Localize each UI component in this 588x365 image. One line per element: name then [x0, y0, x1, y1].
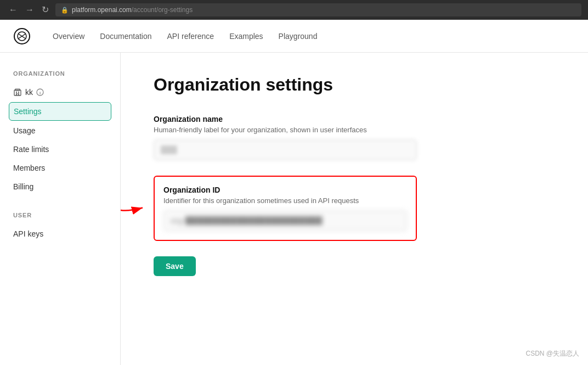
browser-chrome: ← → ↻ 🔒 platform.openai.com/account/org-… [0, 0, 588, 20]
page-title: Organization settings [154, 75, 555, 95]
nav-documentation[interactable]: Documentation [100, 32, 151, 41]
members-label: Members [13, 164, 45, 172]
address-bar[interactable]: 🔒 platform.openai.com/account/org-settin… [55, 3, 581, 16]
usage-label: Usage [13, 126, 35, 135]
svg-rect-2 [16, 92, 17, 93]
top-nav: Overview Documentation API reference Exa… [0, 20, 588, 53]
content-area: Organization settings Organization name … [121, 53, 588, 365]
org-name-row: kk i [9, 83, 111, 101]
refresh-button[interactable]: ↻ [39, 4, 51, 15]
org-id-label: Organization ID [163, 186, 407, 194]
rate-limits-label: Rate limits [13, 145, 49, 154]
watermark: CSDN @失温恋人 [525, 349, 579, 358]
org-id-input[interactable] [163, 210, 407, 231]
sidebar: ORGANIZATION kk i Settings Usage [0, 53, 121, 365]
nav-playground[interactable]: Playground [279, 32, 318, 41]
org-name-text: kk [25, 88, 33, 97]
main-layout: ORGANIZATION kk i Settings Usage [0, 53, 588, 365]
org-name-section: Organization name Human-friendly label f… [154, 115, 417, 160]
org-section-label: ORGANIZATION [9, 70, 111, 77]
url-text: platform.openai.com/account/org-settings [72, 6, 193, 14]
sidebar-item-billing[interactable]: Billing [9, 178, 111, 195]
sidebar-item-usage[interactable]: Usage [9, 122, 111, 139]
save-button[interactable]: Save [154, 256, 196, 276]
org-id-description: Identifier for this organization sometim… [163, 196, 407, 205]
nav-examples[interactable]: Examples [229, 32, 263, 41]
building-icon [13, 88, 22, 97]
forward-button[interactable]: → [23, 4, 36, 15]
info-icon: i [36, 88, 44, 96]
lock-icon: 🔒 [61, 7, 69, 14]
org-id-section: Organization ID Identifier for this orga… [154, 176, 417, 241]
nav-links: Overview Documentation API reference Exa… [53, 32, 317, 41]
sidebar-item-api-keys[interactable]: API keys [9, 225, 111, 243]
nav-overview[interactable]: Overview [53, 32, 84, 41]
svg-text:i: i [39, 91, 41, 96]
settings-label: Settings [14, 107, 42, 116]
sidebar-item-settings[interactable]: Settings [9, 102, 111, 121]
sidebar-item-rate-limits[interactable]: Rate limits [9, 141, 111, 158]
openai-logo [13, 27, 31, 45]
billing-label: Billing [13, 182, 33, 191]
svg-rect-3 [18, 92, 19, 93]
org-name-label: Organization name [154, 115, 417, 123]
api-keys-label: API keys [13, 229, 43, 238]
back-button[interactable]: ← [7, 4, 20, 15]
browser-nav-buttons: ← → ↻ [7, 4, 51, 15]
org-name-description: Human-friendly label for your organizati… [154, 126, 417, 134]
user-section-label: USER [9, 212, 111, 218]
org-name-input[interactable] [154, 139, 417, 160]
nav-api-reference[interactable]: API reference [167, 32, 214, 41]
sidebar-item-members[interactable]: Members [9, 159, 111, 177]
annotation-arrow [121, 196, 148, 220]
